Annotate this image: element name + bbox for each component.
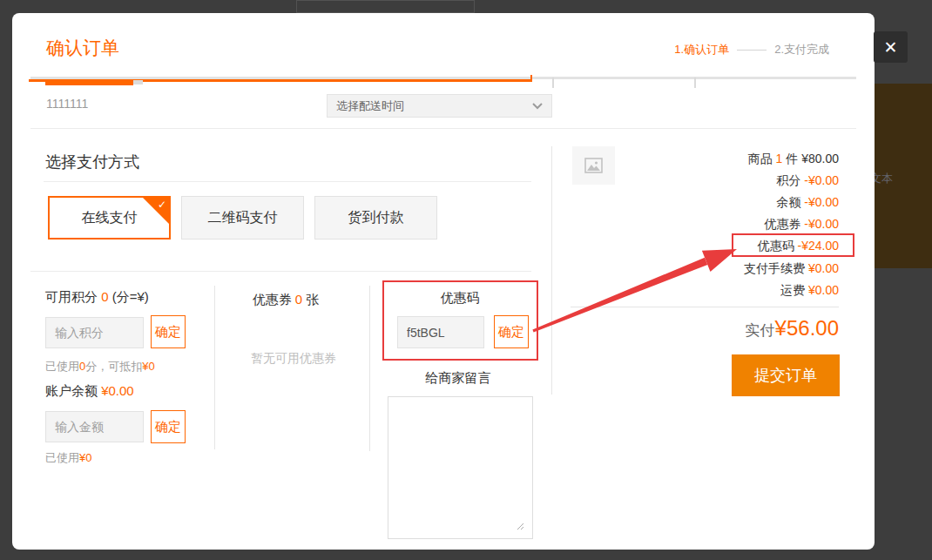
tab-online-payment-label: 在线支付 xyxy=(82,209,138,227)
tab-cash-on-delivery-label: 货到付款 xyxy=(348,209,404,227)
promo-label: 优惠码 xyxy=(416,290,503,307)
points-label: 可用积分 0 (分=¥) xyxy=(45,289,149,306)
coupon-label: 优惠券 0 张 xyxy=(242,292,329,308)
balance-used-line: 已使用¥0 xyxy=(45,450,91,466)
coupon-count: 0 xyxy=(295,292,302,307)
promo-code-input[interactable] xyxy=(397,316,484,348)
points-label-text: 可用积分 xyxy=(45,289,98,304)
total-row: 实付 ¥56.00 xyxy=(746,316,839,341)
chevron-down-icon xyxy=(532,103,543,110)
summary-row-points: 积分 -¥0.00 xyxy=(776,172,839,188)
step-separator xyxy=(737,50,767,51)
section-divider xyxy=(30,128,856,129)
step-confirm-order: 1.确认订单 xyxy=(674,42,729,57)
close-icon: ✕ xyxy=(884,39,898,56)
summary-amount: -¥0.00 xyxy=(804,195,839,209)
balance-confirm-button[interactable]: 确定 xyxy=(151,410,186,443)
merchant-message-label: 给商家留言 xyxy=(415,370,502,387)
summary-row-goods: 商品 1 件 ¥80.00 xyxy=(748,151,839,166)
order-note-value: 1111111 xyxy=(46,97,88,111)
balance-used-prefix: 已使用 xyxy=(45,451,79,464)
payment-title-underline xyxy=(44,181,531,182)
summary-row-balance: 余额 -¥0.00 xyxy=(776,194,839,210)
delivery-time-select-value: 选择配送时间 xyxy=(336,98,404,114)
confirm-order-dialog: 确认订单 1.确认订单 2.支付完成 1111111 选择配送时间 选择支付方式… xyxy=(12,13,875,550)
coupon-unit: 张 xyxy=(306,292,319,307)
summary-goods-qty: 1 xyxy=(776,152,783,165)
balance-input[interactable] xyxy=(45,411,144,442)
summary-row-coupon: 优惠券 -¥0.00 xyxy=(764,216,839,232)
summary-row-shipping: 运费 ¥0.00 xyxy=(780,282,839,298)
tab-cash-on-delivery[interactable]: 货到付款 xyxy=(314,196,437,240)
summary-row-fee: 支付手续费 ¥0.00 xyxy=(744,260,839,276)
points-used-suffix: 分，可抵扣 xyxy=(85,360,142,373)
clipped-tab-indicator xyxy=(45,79,133,85)
summary-amount: -¥0.00 xyxy=(804,173,839,187)
coupon-label-text: 优惠券 xyxy=(253,292,292,307)
merchant-message-textarea[interactable] xyxy=(388,396,533,539)
clipped-gray-segment xyxy=(133,80,143,84)
summary-label: 运费 xyxy=(780,283,805,297)
summary-label: 商品 xyxy=(748,152,773,165)
summary-goods-amount: ¥80.00 xyxy=(801,152,839,165)
page-background: 文本 ✕ 确认订单 1.确认订单 2.支付完成 1111111 选择配送时间 选… xyxy=(0,0,932,560)
clipped-orange-corner xyxy=(530,75,532,80)
promo-confirm-label: 确定 xyxy=(498,324,524,341)
summary-goods-unit: 件 xyxy=(786,152,798,165)
coupon-empty-text: 暂无可用优惠券 xyxy=(233,351,355,367)
summary-amount: -¥24.00 xyxy=(798,239,839,253)
promo-confirm-button[interactable]: 确定 xyxy=(494,315,529,348)
section-divider xyxy=(30,271,531,272)
balance-label-text: 账户余额 xyxy=(45,383,98,398)
clipped-column-divider xyxy=(552,78,554,88)
balance-amount: ¥0.00 xyxy=(101,383,134,398)
column-divider xyxy=(369,286,370,451)
delivery-time-select[interactable]: 选择配送时间 xyxy=(327,94,552,118)
summary-amount: ¥0.00 xyxy=(808,261,839,275)
dialog-title: 确认订单 xyxy=(46,36,119,60)
balance-label: 账户余额 ¥0.00 xyxy=(45,383,134,400)
points-confirm-label: 确定 xyxy=(155,324,181,341)
summary-label: 支付手续费 xyxy=(744,261,805,275)
summary-label: 余额 xyxy=(776,195,800,209)
summary-label: 积分 xyxy=(776,173,800,187)
points-confirm-button[interactable]: 确定 xyxy=(151,315,186,348)
total-label: 实付 xyxy=(746,320,775,341)
product-thumbnail-placeholder xyxy=(572,146,615,185)
points-input[interactable] xyxy=(45,317,144,348)
points-count: 0 xyxy=(101,289,108,304)
total-amount: ¥56.00 xyxy=(775,316,839,341)
balance-confirm-label: 确定 xyxy=(155,419,181,435)
points-used-prefix: 已使用 xyxy=(45,360,79,373)
summary-row-promo: 优惠码 -¥24.00 xyxy=(758,238,839,253)
points-ratio: (分=¥) xyxy=(112,289,149,304)
points-deductible-value: ¥0 xyxy=(142,360,154,373)
summary-label: 优惠码 xyxy=(758,239,794,253)
summary-total-divider xyxy=(571,307,839,307)
tab-qrcode-payment[interactable]: 二维码支付 xyxy=(181,196,304,240)
image-placeholder-icon xyxy=(584,158,603,173)
clipped-column-divider xyxy=(694,78,696,88)
tab-online-payment[interactable]: 在线支付 ✓ xyxy=(48,196,171,240)
close-button[interactable]: ✕ xyxy=(874,31,908,63)
balance-used-value: ¥0 xyxy=(79,451,91,464)
checkout-steps: 1.确认订单 2.支付完成 xyxy=(674,42,829,57)
check-icon: ✓ xyxy=(158,199,166,211)
background-box xyxy=(296,0,475,13)
summary-amount: -¥0.00 xyxy=(804,217,839,231)
summary-divider xyxy=(551,146,552,395)
column-divider xyxy=(214,286,215,449)
submit-order-button[interactable]: 提交订单 xyxy=(732,354,840,396)
tab-qrcode-payment-label: 二维码支付 xyxy=(208,209,278,227)
payment-section-title: 选择支付方式 xyxy=(45,152,139,172)
summary-amount: ¥0.00 xyxy=(808,283,839,297)
points-used-line: 已使用0分，可抵扣¥0 xyxy=(45,359,155,374)
step-payment-done: 2.支付完成 xyxy=(774,42,829,57)
summary-label: 优惠券 xyxy=(764,217,800,231)
